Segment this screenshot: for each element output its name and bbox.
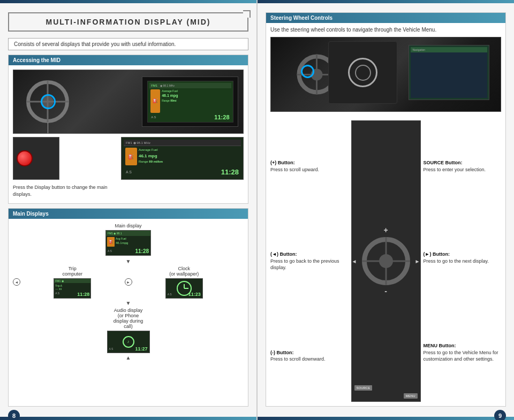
main-title: MULTI-INFORMATION DISPLAY (MID): [17, 18, 239, 26]
car-image-area: Navigation: [266, 37, 505, 112]
left-page: MULTI-INFORMATION DISPLAY (MID) Consists…: [0, 0, 256, 420]
right-page-number: 9: [494, 410, 506, 420]
main-title-box: MULTI-INFORMATION DISPLAY (MID): [8, 12, 248, 32]
dashboard-inner: FM1 ◉ 98.1 MHz ⛽ Average Fuel46.1 mpgRan…: [13, 70, 243, 133]
left-button-desc: (◄) Button: Press to go back to the prev…: [270, 251, 349, 271]
main-displays-header: Main Displays: [9, 209, 248, 219]
main-displays-section: Main Displays Main display FM1 ◉ 98.1 ⛽ …: [8, 208, 248, 407]
steering-description: Use the steering wheel controls to navig…: [266, 23, 505, 37]
source-button-desc: SOURCE Button: Press to enter your selec…: [424, 159, 502, 173]
right-controls: SOURCE Button: Press to enter your selec…: [421, 120, 502, 402]
car-blue-circle: [301, 65, 314, 78]
steering-wheel-diagram: + - ◄ ► SOURCE MENU: [351, 120, 421, 402]
steering-section: Steering Wheel Controls Use the steering…: [266, 12, 506, 407]
plus-button-desc: (+) Button: Press to scroll upward.: [270, 159, 349, 173]
left-page-number: 8: [8, 410, 20, 420]
right-page: Steering Wheel Controls Use the steering…: [258, 0, 514, 420]
audio-display-item: Audio display(or Phonedisplay duringcall…: [107, 308, 150, 353]
display-button-caption: Press the Display button to change the m…: [13, 184, 117, 197]
mid-screen-display: FM1 ◉ 98.1 MHz ⛽ Average Fuel46.1 mpgRan…: [121, 137, 244, 180]
menu-label: MENU: [404, 393, 418, 399]
access-bottom-row: Press the Display button to change the m…: [13, 137, 244, 197]
display-button-image: [13, 137, 59, 180]
minus-button-desc: (-) Button: Press to scroll downward.: [270, 349, 349, 363]
accessing-section: Accessing the MID: [8, 55, 248, 204]
steering-header: Steering Wheel Controls: [266, 13, 505, 23]
description-box: Consists of several displays that provid…: [8, 38, 248, 50]
left-controls: (+) Button: Press to scroll upward. (◄) …: [270, 120, 351, 402]
main-display-thumb: FM1 ◉ 98.1 ⛽ Avg Fuel46.1mpg A S 11:28: [105, 230, 151, 256]
dashboard-image: FM1 ◉ 98.1 MHz ⛽ Average Fuel46.1 mpgRan…: [13, 70, 244, 134]
description-text: Consists of several displays that provid…: [14, 41, 176, 47]
mid-screen-inner: FM1 ◉ 98.1 MHz ⛽ Average Fuel46.1 mpgRan…: [122, 138, 243, 179]
arrow-up-back: ▲: [126, 355, 131, 361]
accessing-header: Accessing the MID: [9, 55, 248, 65]
mid-top-bar: FM1 ◉ 98.1 MHz: [124, 140, 241, 146]
controls-area: (+) Button: Press to scroll upward. (◄) …: [266, 116, 505, 406]
time-display: 11:28: [214, 114, 229, 120]
accessing-content: FM1 ◉ 98.1 MHz ⛽ Average Fuel46.1 mpgRan…: [9, 65, 248, 203]
menu-button-desc: MENU Button: Press to go to the Vehicle …: [424, 342, 502, 363]
arrow-down-main: ▼: [126, 258, 131, 264]
red-button: [17, 150, 33, 166]
arrow-down-mid: ▼: [126, 300, 131, 306]
source-label: SOURCE: [354, 385, 373, 391]
trip-computer-item: Tripcomputer FM1 ◉ Trip A--- mi A S 11:2…: [54, 266, 91, 299]
main-display-label: Main display: [115, 223, 141, 228]
clock-item: Clock(or wallpaper) 11:23 A S: [165, 266, 203, 299]
right-button-desc: (►) Button: Press to go to the next disp…: [424, 251, 502, 264]
